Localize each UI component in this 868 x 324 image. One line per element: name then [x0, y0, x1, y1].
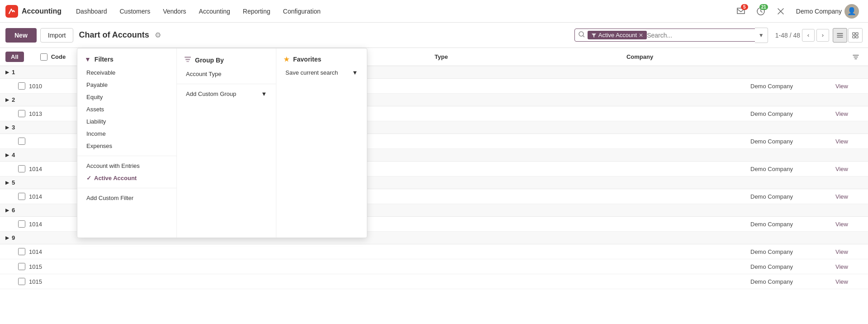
favorites-section: ★ Favorites Save current search ▼: [276, 48, 367, 238]
group-arrow-9[interactable]: ▶: [5, 235, 9, 240]
col-header-type: Type: [435, 53, 623, 60]
filter-tag-label: Active Account: [598, 32, 637, 38]
toolbar: New Import Chart of Accounts ⚙ Active Ac…: [0, 23, 868, 48]
kanban-view-button[interactable]: [848, 28, 863, 43]
favorites-label: Favorites: [293, 56, 321, 63]
nav-dashboard[interactable]: Dashboard: [71, 5, 113, 18]
new-button[interactable]: New: [5, 28, 37, 43]
group-arrow-5[interactable]: ▶: [5, 180, 9, 185]
clock-badge: 21: [759, 4, 768, 10]
svg-rect-3: [856, 33, 858, 35]
row-checkbox[interactable]: [18, 82, 25, 90]
tab-all[interactable]: All: [5, 52, 24, 62]
view-link[interactable]: View: [835, 193, 848, 200]
filters-header: ▼ Filters: [77, 54, 176, 67]
filter-add-custom[interactable]: Add Custom Filter: [77, 192, 176, 204]
view-buttons: [833, 28, 863, 43]
star-icon: ★: [284, 56, 289, 63]
column-settings-icon[interactable]: [849, 54, 863, 60]
filter-account-with-entries[interactable]: Account with Entries: [77, 160, 176, 172]
page-title: Chart of Accounts: [79, 30, 149, 40]
filter-liability[interactable]: Liability: [77, 115, 176, 128]
filter-payable[interactable]: Payable: [77, 79, 176, 91]
filter-income[interactable]: Income: [77, 128, 176, 140]
filters-section: ▼ Filters Receivable Payable Equity Asse…: [77, 48, 177, 238]
messages-button[interactable]: 5: [733, 3, 749, 19]
view-link[interactable]: View: [835, 248, 848, 255]
search-dropdown-panel: ▼ Filters Receivable Payable Equity Asse…: [77, 48, 367, 238]
group-by-section: Group By Account Type Add Custom Group ▼: [177, 48, 276, 238]
view-link[interactable]: View: [835, 278, 848, 285]
app-name: Accounting: [22, 7, 62, 15]
filter-assets[interactable]: Assets: [77, 103, 176, 115]
group-arrow-2[interactable]: ▶: [5, 97, 9, 102]
svg-rect-4: [853, 36, 855, 38]
group-arrow-6[interactable]: ▶: [5, 208, 9, 213]
import-button[interactable]: Import: [40, 28, 74, 43]
active-filter-tag: Active Account ✕: [588, 31, 647, 39]
svg-rect-2: [853, 33, 855, 35]
svg-rect-8: [186, 61, 189, 62]
chevron-down-icon: ▼: [261, 91, 267, 97]
search-icon: [579, 31, 585, 39]
search-dropdown-button[interactable]: ▼: [755, 28, 768, 43]
view-link[interactable]: View: [835, 166, 848, 172]
nav-configuration[interactable]: Configuration: [278, 5, 326, 18]
view-link[interactable]: View: [835, 263, 848, 270]
svg-rect-6: [185, 57, 191, 58]
row-checkbox[interactable]: [18, 263, 25, 270]
filter-equity[interactable]: Equity: [77, 91, 176, 103]
nav-reporting[interactable]: Reporting: [237, 5, 276, 18]
settings-icon[interactable]: ⚙: [155, 31, 161, 39]
pagination: 1-48 / 48 ‹ ›: [775, 29, 829, 42]
row-checkbox[interactable]: [18, 138, 25, 145]
app-logo: [5, 5, 18, 18]
messages-badge: 5: [741, 4, 748, 10]
list-view-button[interactable]: [833, 28, 847, 43]
nav-vendors[interactable]: Vendors: [157, 5, 191, 18]
filter-tag-close[interactable]: ✕: [639, 32, 643, 38]
chevron-down-icon: ▼: [352, 69, 358, 76]
favorites-header: ★ Favorites: [276, 54, 367, 67]
view-link[interactable]: View: [835, 83, 848, 90]
group-by-account-type[interactable]: Account Type: [177, 68, 276, 80]
company-selector[interactable]: Demo Company 👤: [792, 2, 863, 20]
user-avatar: 👤: [844, 4, 859, 19]
select-all-checkbox[interactable]: [40, 53, 47, 61]
prev-page-button[interactable]: ‹: [802, 29, 815, 42]
nav-customers[interactable]: Customers: [114, 5, 156, 18]
search-bar: Active Account ✕: [574, 29, 755, 42]
group-by-add-custom[interactable]: Add Custom Group ▼: [177, 88, 276, 100]
table-row: 1014 Demo Company View: [0, 244, 868, 259]
search-input[interactable]: [647, 32, 751, 39]
company-name: Demo Company: [796, 8, 842, 15]
row-checkbox[interactable]: [18, 193, 25, 200]
row-checkbox[interactable]: [18, 248, 25, 255]
group-arrow-3[interactable]: ▶: [5, 125, 9, 130]
row-checkbox[interactable]: [18, 278, 25, 285]
filter-expenses[interactable]: Expenses: [77, 140, 176, 152]
view-link[interactable]: View: [835, 110, 848, 117]
row-checkbox[interactable]: [18, 110, 25, 117]
save-current-search[interactable]: Save current search ▼: [276, 67, 367, 79]
group-by-label: Group By: [195, 57, 224, 64]
row-checkbox[interactable]: [18, 165, 25, 172]
group-arrow-1[interactable]: ▶: [5, 70, 9, 75]
next-page-button[interactable]: ›: [816, 29, 829, 42]
view-link[interactable]: View: [835, 221, 848, 228]
nav-accounting[interactable]: Accounting: [194, 5, 236, 18]
table-row: 1015 Demo Company View: [0, 259, 868, 274]
table-row: 1015 Demo Company View: [0, 274, 868, 289]
filter-receivable[interactable]: Receivable: [77, 67, 176, 79]
row-checkbox[interactable]: [18, 220, 25, 228]
filter-active-account[interactable]: ✓ Active Account: [77, 172, 176, 184]
pagination-text: 1-48 / 48: [775, 32, 800, 39]
scissors-button[interactable]: [773, 3, 789, 19]
top-nav: Accounting Dashboard Customers Vendors A…: [0, 0, 868, 23]
clock-button[interactable]: 21: [753, 3, 769, 19]
col-header-company: Company: [626, 53, 815, 60]
nav-icons: 5 21 Demo Company 👤: [733, 2, 863, 20]
view-link[interactable]: View: [835, 138, 848, 145]
checkmark-icon: ✓: [86, 175, 91, 181]
group-arrow-4[interactable]: ▶: [5, 152, 9, 157]
